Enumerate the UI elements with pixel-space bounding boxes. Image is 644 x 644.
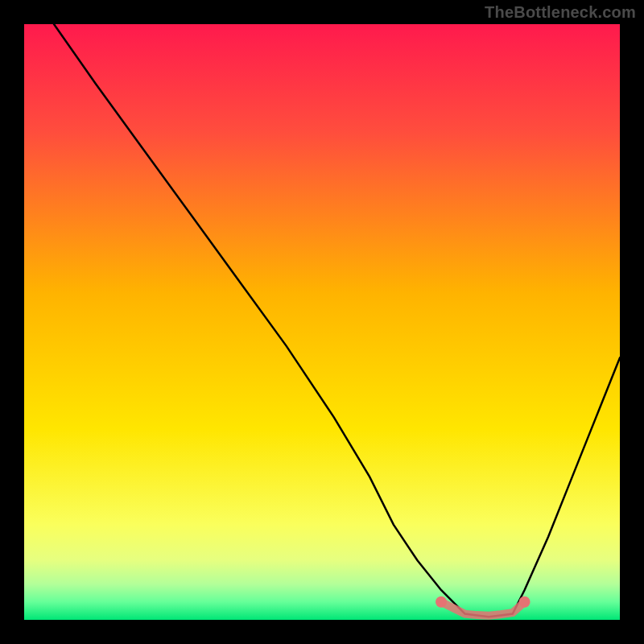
chart-frame: TheBottleneck.com — [0, 0, 644, 644]
gradient-background — [24, 24, 620, 620]
plot-svg — [24, 24, 620, 620]
bottleneck-plot — [24, 24, 620, 620]
watermark-text: TheBottleneck.com — [485, 3, 636, 22]
highlight-end-dot — [519, 597, 530, 608]
highlight-end-dot — [436, 597, 447, 608]
